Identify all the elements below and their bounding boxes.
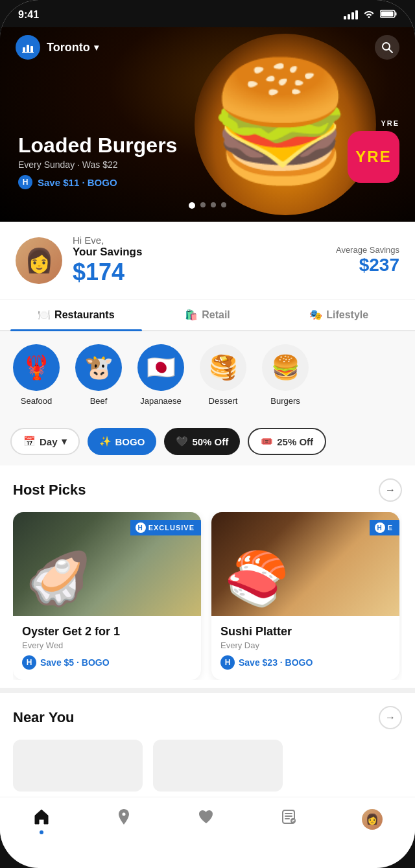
nav-location[interactable] [105,805,143,833]
svg-rect-4 [27,45,29,53]
bottom-navigation: 👩 [0,797,415,846]
near-you-header: Near You → [13,706,402,729]
category-tabs: 🍽️ Restaurants 🛍️ Retail 🎭 Lifestyle [0,299,415,331]
nav-orders[interactable] [270,805,307,833]
dessert-icon-bg: 🥞 [200,344,246,391]
sparkle-icon: ✨ [99,436,112,447]
yre-label: YRE [381,119,399,127]
card-oyster[interactable]: H EXCLUSIVE 🦪 Oyster Get 2 for 1 Every W… [13,512,201,680]
tab-restaurants[interactable]: 🍽️ Restaurants [10,299,142,330]
dessert-label: Dessert [209,396,238,406]
beef-label: Beef [90,396,108,406]
seafood-label: Seafood [21,396,52,406]
oyster-card-savings: H Save $5 · BOGO [22,655,192,670]
filter-50off[interactable]: 🖤 50% Off [164,428,240,455]
oyster-card-subtitle: Every Wed [22,640,192,650]
sushi-card-body: Sushi Platter Every Day H Save $23 · BOG… [211,616,399,680]
dot-4[interactable] [221,202,226,207]
orders-icon [280,808,297,830]
savings-label: Your Savings [73,246,326,259]
near-you-placeholder-2[interactable] [153,740,283,792]
category-dessert[interactable]: 🥞 Dessert [197,344,249,406]
host-picks-cards: H EXCLUSIVE 🦪 Oyster Get 2 for 1 Every W… [13,512,402,680]
h-badge: H [18,175,32,189]
near-you-section: Near You → [0,688,415,797]
exclusive-badge-1: H EXCLUSIVE [130,520,201,535]
savings-info: Hi Eve, Your Savings $174 [73,235,326,286]
savings-amount: $174 [73,259,326,286]
categories-section: 🦞 Seafood 🐮 Beef 🇯🇵 Japanaese 🥞 Dessert … [0,331,415,419]
nav-home[interactable] [22,805,61,833]
status-bar: 9:41 [0,0,415,27]
avg-savings-label: Average Savings [336,245,399,255]
day-chevron-icon: ▾ [62,436,67,447]
category-beef[interactable]: 🐮 Beef [73,344,124,406]
user-avatar: 👩 [16,237,62,284]
card-sushi[interactable]: H E 🍣 Sushi Platter Every Day H Save $23… [211,512,399,680]
filter-pills: 📅 Day ▾ ✨ BOGO 🖤 50% Off 🎟️ 25% Off [0,419,415,465]
nav-profile[interactable]: 👩 [351,806,393,832]
near-you-placeholder-1[interactable] [13,740,143,792]
near-you-see-all[interactable]: → [379,706,402,729]
dot-2[interactable] [200,202,206,207]
seafood-icon-bg: 🦞 [13,344,60,391]
sushi-card-subtitle: Every Day [220,640,390,650]
near-you-title: Near You [13,709,75,726]
hero-savings: H Save $11 · BOGO [18,175,177,189]
oyster-savings-text: Save $5 · BOGO [40,657,110,668]
category-seafood[interactable]: 🦞 Seafood [10,344,62,406]
hero-navigation: Toronto ▾ [0,27,415,67]
near-you-cards [13,740,402,792]
avg-savings-amount: $237 [336,255,399,276]
svg-rect-6 [22,52,34,53]
japanese-label: Japanaese [140,396,182,406]
ticket-icon: 🎟️ [261,436,273,447]
svg-line-8 [389,49,393,53]
hero-title: Loaded Burgers [18,134,177,157]
tab-lifestyle[interactable]: 🎭 Lifestyle [273,299,405,330]
heart-nav-icon [197,808,215,830]
chevron-down-icon: ▾ [94,42,99,53]
oyster-card-image: H EXCLUSIVE 🦪 [13,512,201,616]
category-burgers[interactable]: 🍔 Burgers [259,344,311,406]
heart-icon: 🖤 [176,436,188,447]
host-picks-see-all[interactable]: → [379,478,402,502]
filter-bogo[interactable]: ✨ BOGO [88,428,157,455]
location-icon [115,808,132,830]
dot-3[interactable] [211,202,216,207]
status-icons [344,9,397,21]
oyster-card-title: Oyster Get 2 for 1 [22,625,192,639]
location-selector[interactable]: Toronto ▾ [16,35,99,60]
restaurants-icon: 🍽️ [38,309,51,321]
filter-day[interactable]: 📅 Day ▾ [10,428,80,455]
sushi-card-title: Sushi Platter [220,625,390,639]
hero-section: Toronto ▾ Loaded Burgers Every Sunday · … [0,27,415,222]
average-savings: Average Savings $237 [336,245,399,276]
savings-text: Save $11 · BOGO [38,177,117,188]
savings-section: 👩 Hi Eve, Your Savings $174 Average Savi… [0,222,415,299]
hero-subtitle: Every Sunday · Was $22 [18,159,177,170]
sushi-card-image: H E 🍣 [211,512,399,616]
category-japanese[interactable]: 🇯🇵 Japanaese [135,344,187,406]
filter-25off[interactable]: 🎟️ 25% Off [248,428,326,455]
search-button[interactable] [375,35,399,60]
burgers-label: Burgers [270,396,300,406]
burgers-icon-bg: 🍔 [262,344,309,391]
oyster-h-badge: H [22,655,36,670]
home-icon [32,808,51,830]
location-name[interactable]: Toronto ▾ [47,41,99,54]
category-list: 🦞 Seafood 🐮 Beef 🇯🇵 Japanaese 🥞 Dessert … [10,344,405,411]
yre-badge[interactable]: YRE YRE [348,131,399,183]
tab-retail[interactable]: 🛍️ Retail [142,299,274,330]
japanese-icon-bg: 🇯🇵 [137,344,184,391]
calendar-icon: 📅 [23,436,36,447]
host-picks-title: Host Picks [13,482,86,499]
dot-1[interactable] [189,202,195,209]
signal-icon [344,10,358,19]
battery-icon [380,9,397,21]
host-picks-section: Host Picks → H EXCLUSIVE 🦪 Oyster Get 2 … [0,465,415,688]
nav-favorites[interactable] [187,806,226,832]
status-time: 9:41 [18,9,39,21]
oyster-card-body: Oyster Get 2 for 1 Every Wed H Save $5 ·… [13,616,201,680]
sushi-card-savings: H Save $23 · BOGO [220,655,390,670]
